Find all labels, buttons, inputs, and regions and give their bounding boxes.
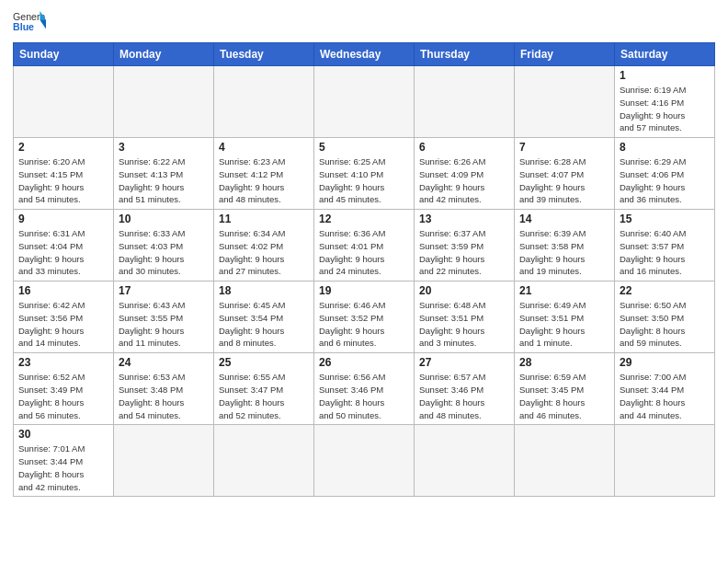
day-info: Sunrise: 6:22 AM Sunset: 4:13 PM Dayligh…	[119, 155, 209, 206]
day-number: 21	[519, 284, 609, 297]
day-number: 23	[18, 356, 108, 369]
day-info: Sunrise: 6:42 AM Sunset: 3:56 PM Dayligh…	[18, 299, 108, 350]
day-number: 14	[519, 213, 609, 225]
header: General Blue	[13, 9, 715, 37]
calendar-week-3: 16Sunrise: 6:42 AM Sunset: 3:56 PM Dayli…	[14, 282, 715, 353]
calendar-cell-w3d1: 17Sunrise: 6:43 AM Sunset: 3:55 PM Dayli…	[114, 282, 214, 353]
calendar-cell-w5d6	[615, 425, 715, 497]
calendar-cell-w2d2: 11Sunrise: 6:34 AM Sunset: 4:02 PM Dayli…	[214, 210, 314, 282]
day-number: 30	[18, 428, 108, 441]
calendar-cell-w5d1	[114, 425, 214, 497]
calendar-cell-w2d3: 12Sunrise: 6:36 AM Sunset: 4:01 PM Dayli…	[314, 210, 415, 282]
calendar-cell-w3d3: 19Sunrise: 6:46 AM Sunset: 3:52 PM Dayli…	[314, 282, 415, 353]
calendar-cell-w4d4: 27Sunrise: 6:57 AM Sunset: 3:46 PM Dayli…	[415, 353, 515, 425]
day-number: 1	[620, 69, 710, 82]
calendar-cell-w3d2: 18Sunrise: 6:45 AM Sunset: 3:54 PM Dayli…	[214, 282, 314, 353]
day-number: 6	[419, 141, 509, 154]
day-info: Sunrise: 6:53 AM Sunset: 3:48 PM Dayligh…	[119, 371, 209, 421]
calendar-cell-w4d1: 24Sunrise: 6:53 AM Sunset: 3:48 PM Dayli…	[114, 353, 214, 425]
weekday-thursday: Thursday	[415, 43, 515, 66]
calendar-cell-w2d0: 9Sunrise: 6:31 AM Sunset: 4:04 PM Daylig…	[14, 210, 114, 282]
calendar-cell-w2d1: 10Sunrise: 6:33 AM Sunset: 4:03 PM Dayli…	[114, 210, 214, 282]
weekday-header-row: SundayMondayTuesdayWednesdayThursdayFrid…	[14, 43, 715, 66]
day-info: Sunrise: 6:25 AM Sunset: 4:10 PM Dayligh…	[319, 155, 409, 206]
day-number: 15	[620, 213, 710, 225]
calendar-cell-w1d4: 6Sunrise: 6:26 AM Sunset: 4:09 PM Daylig…	[415, 138, 515, 210]
day-info: Sunrise: 6:20 AM Sunset: 4:15 PM Dayligh…	[18, 155, 108, 206]
calendar-cell-w4d2: 25Sunrise: 6:55 AM Sunset: 3:47 PM Dayli…	[214, 353, 314, 425]
calendar-cell-w3d0: 16Sunrise: 6:42 AM Sunset: 3:56 PM Dayli…	[14, 282, 114, 353]
calendar-cell-w5d0: 30Sunrise: 7:01 AM Sunset: 3:44 PM Dayli…	[14, 425, 114, 497]
calendar-cell-w5d5	[515, 425, 615, 497]
calendar-cell-w1d0: 2Sunrise: 6:20 AM Sunset: 4:15 PM Daylig…	[14, 138, 114, 210]
generalblue-logo-icon: General Blue	[13, 9, 46, 37]
weekday-tuesday: Tuesday	[214, 43, 314, 66]
calendar-cell-w0d6: 1Sunrise: 6:19 AM Sunset: 4:16 PM Daylig…	[615, 66, 715, 138]
calendar-cell-w5d3	[314, 425, 415, 497]
day-info: Sunrise: 6:23 AM Sunset: 4:12 PM Dayligh…	[219, 155, 309, 206]
day-info: Sunrise: 6:46 AM Sunset: 3:52 PM Dayligh…	[319, 299, 409, 350]
day-number: 3	[119, 141, 209, 154]
day-number: 9	[18, 213, 108, 225]
day-number: 2	[18, 141, 108, 154]
day-number: 5	[319, 141, 409, 154]
day-number: 8	[620, 141, 710, 154]
day-number: 27	[419, 356, 509, 369]
logo: General Blue	[13, 9, 46, 37]
day-info: Sunrise: 6:43 AM Sunset: 3:55 PM Dayligh…	[119, 299, 209, 350]
calendar-cell-w1d3: 5Sunrise: 6:25 AM Sunset: 4:10 PM Daylig…	[314, 138, 415, 210]
calendar-cell-w0d4	[415, 66, 515, 138]
day-number: 28	[519, 356, 609, 369]
calendar-week-2: 9Sunrise: 6:31 AM Sunset: 4:04 PM Daylig…	[14, 210, 715, 282]
calendar-cell-w3d6: 22Sunrise: 6:50 AM Sunset: 3:50 PM Dayli…	[615, 282, 715, 353]
calendar-cell-w2d6: 15Sunrise: 6:40 AM Sunset: 3:57 PM Dayli…	[615, 210, 715, 282]
calendar-cell-w1d5: 7Sunrise: 6:28 AM Sunset: 4:07 PM Daylig…	[515, 138, 615, 210]
day-number: 10	[119, 213, 209, 225]
day-number: 25	[219, 356, 309, 369]
day-info: Sunrise: 6:36 AM Sunset: 4:01 PM Dayligh…	[319, 227, 409, 278]
day-info: Sunrise: 6:26 AM Sunset: 4:09 PM Dayligh…	[419, 155, 509, 206]
day-number: 20	[419, 284, 509, 297]
day-info: Sunrise: 6:56 AM Sunset: 3:46 PM Dayligh…	[319, 371, 409, 421]
day-info: Sunrise: 6:50 AM Sunset: 3:50 PM Dayligh…	[620, 299, 710, 350]
day-number: 24	[119, 356, 209, 369]
weekday-friday: Friday	[515, 43, 615, 66]
calendar-cell-w0d0	[14, 66, 114, 138]
calendar-table: SundayMondayTuesdayWednesdayThursdayFrid…	[13, 42, 715, 497]
day-number: 12	[319, 213, 409, 225]
day-number: 4	[219, 141, 309, 154]
calendar-week-4: 23Sunrise: 6:52 AM Sunset: 3:49 PM Dayli…	[14, 353, 715, 425]
day-number: 18	[219, 284, 309, 297]
day-info: Sunrise: 6:40 AM Sunset: 3:57 PM Dayligh…	[620, 227, 710, 278]
calendar-cell-w0d2	[214, 66, 314, 138]
day-info: Sunrise: 6:33 AM Sunset: 4:03 PM Dayligh…	[119, 227, 209, 278]
calendar-week-5: 30Sunrise: 7:01 AM Sunset: 3:44 PM Dayli…	[14, 425, 715, 497]
calendar-cell-w5d2	[214, 425, 314, 497]
day-info: Sunrise: 6:55 AM Sunset: 3:47 PM Dayligh…	[219, 371, 309, 421]
calendar-cell-w3d4: 20Sunrise: 6:48 AM Sunset: 3:51 PM Dayli…	[415, 282, 515, 353]
day-info: Sunrise: 6:52 AM Sunset: 3:49 PM Dayligh…	[18, 371, 108, 421]
svg-text:Blue: Blue	[13, 21, 34, 32]
day-number: 29	[620, 356, 710, 369]
weekday-saturday: Saturday	[615, 43, 715, 66]
day-number: 7	[519, 141, 609, 154]
day-number: 17	[119, 284, 209, 297]
weekday-monday: Monday	[114, 43, 214, 66]
day-info: Sunrise: 6:59 AM Sunset: 3:45 PM Dayligh…	[519, 371, 609, 421]
day-info: Sunrise: 6:19 AM Sunset: 4:16 PM Dayligh…	[620, 84, 710, 134]
day-info: Sunrise: 6:37 AM Sunset: 3:59 PM Dayligh…	[419, 227, 509, 278]
calendar-cell-w0d5	[515, 66, 615, 138]
day-info: Sunrise: 6:28 AM Sunset: 4:07 PM Dayligh…	[519, 155, 609, 206]
calendar-cell-w1d2: 4Sunrise: 6:23 AM Sunset: 4:12 PM Daylig…	[214, 138, 314, 210]
calendar-cell-w0d1	[114, 66, 214, 138]
day-info: Sunrise: 6:31 AM Sunset: 4:04 PM Dayligh…	[18, 227, 108, 278]
calendar-week-1: 2Sunrise: 6:20 AM Sunset: 4:15 PM Daylig…	[14, 138, 715, 210]
weekday-sunday: Sunday	[14, 43, 114, 66]
day-info: Sunrise: 6:34 AM Sunset: 4:02 PM Dayligh…	[219, 227, 309, 278]
weekday-wednesday: Wednesday	[314, 43, 415, 66]
calendar-cell-w1d1: 3Sunrise: 6:22 AM Sunset: 4:13 PM Daylig…	[114, 138, 214, 210]
calendar-cell-w5d4	[415, 425, 515, 497]
calendar-cell-w2d5: 14Sunrise: 6:39 AM Sunset: 3:58 PM Dayli…	[515, 210, 615, 282]
day-number: 11	[219, 213, 309, 225]
day-number: 13	[419, 213, 509, 225]
